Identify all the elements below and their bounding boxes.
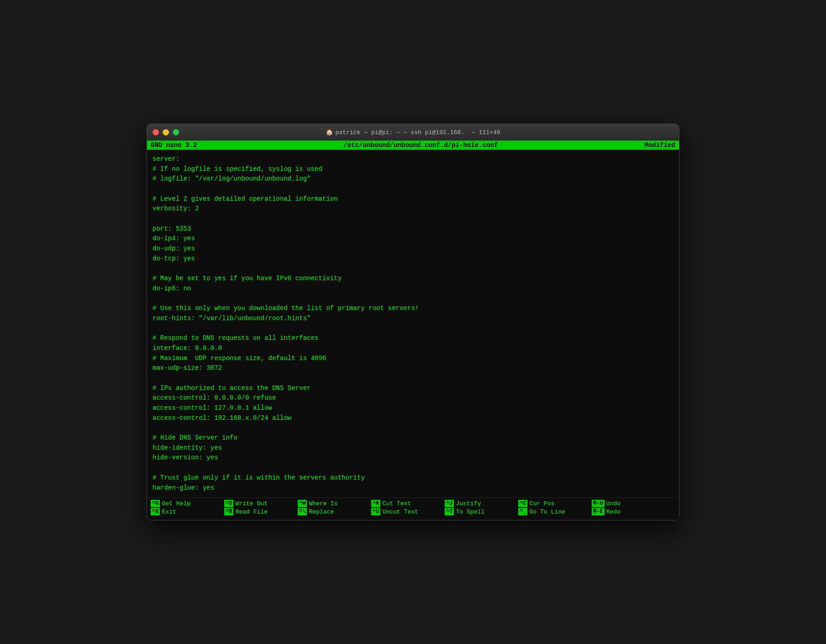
key-badge: ^T: [445, 508, 454, 515]
editor-content[interactable]: server: # If no logfile is specified, sy…: [147, 150, 679, 497]
key-badge: ^C: [518, 500, 527, 507]
footer-item-uncut-text[interactable]: ^UUncut Text: [371, 508, 445, 515]
traffic-lights: [153, 129, 179, 136]
key-badge: M-E: [592, 508, 605, 515]
key-label: Get Help: [162, 500, 190, 507]
key-badge: ^G: [151, 500, 160, 507]
footer-item-justify[interactable]: ^JJustify: [445, 500, 518, 507]
key-label: Write Out: [235, 500, 267, 507]
key-badge: ^_: [518, 508, 527, 515]
key-label: Uncut Text: [382, 508, 418, 515]
nano-footer: ^GGet Help^OWrite Out^WWhere Is^KCut Tex…: [147, 497, 679, 520]
key-badge: ^U: [371, 508, 380, 515]
footer-item-exit[interactable]: ^XExit: [151, 508, 224, 515]
key-label: Where Is: [309, 500, 337, 507]
key-label: Undo: [606, 500, 621, 507]
close-button[interactable]: [153, 129, 159, 136]
key-badge: ^\: [298, 508, 307, 515]
footer-item-to-spell[interactable]: ^TTo Spell: [445, 508, 518, 515]
key-label: Read File: [235, 508, 267, 515]
footer-item-read-file[interactable]: ^RRead File: [224, 508, 298, 515]
nano-version: GNU nano 3.2: [151, 141, 197, 149]
maximize-button[interactable]: [173, 129, 179, 136]
key-badge: ^O: [224, 500, 233, 507]
nano-header: GNU nano 3.2 /etc/unbound/unbound.conf.d…: [147, 141, 679, 150]
key-label: Cut Text: [382, 500, 411, 507]
key-badge: ^X: [151, 508, 160, 515]
title-icon: 🏠: [326, 129, 333, 136]
key-label: Redo: [606, 508, 621, 515]
footer-item-cut-text[interactable]: ^KCut Text: [371, 500, 445, 507]
key-label: Justify: [456, 500, 481, 507]
key-badge: ^R: [224, 508, 233, 515]
footer-row-1: ^GGet Help^OWrite Out^WWhere Is^KCut Tex…: [151, 500, 675, 508]
nano-status: Modified: [645, 141, 675, 149]
key-label: Go To Line: [529, 508, 565, 515]
key-badge: M-U: [592, 500, 605, 507]
key-label: Replace: [309, 508, 334, 515]
footer-item-redo[interactable]: M-ERedo: [592, 508, 665, 515]
footer-item-write-out[interactable]: ^OWrite Out: [224, 500, 298, 507]
footer-row-2: ^XExit^RRead File^\Replace^UUncut Text^T…: [151, 508, 675, 516]
key-label: Exit: [162, 508, 176, 515]
key-badge: ^K: [371, 500, 380, 507]
footer-item-get-help[interactable]: ^GGet Help: [151, 500, 224, 507]
terminal-window: 🏠patrick — pi@pi: ~ — ssh pi@192.168. — …: [147, 124, 679, 520]
key-badge: ^J: [445, 500, 454, 507]
key-badge: ^W: [298, 500, 307, 507]
key-label: To Spell: [456, 508, 484, 515]
key-label: Cur Pos: [529, 500, 554, 507]
footer-item-go-to-line[interactable]: ^_Go To Line: [518, 508, 592, 515]
window-title: 🏠patrick — pi@pi: ~ — ssh pi@192.168. — …: [326, 129, 500, 136]
footer-item-where-is[interactable]: ^WWhere Is: [298, 500, 371, 507]
title-bar: 🏠patrick — pi@pi: ~ — ssh pi@192.168. — …: [147, 124, 679, 141]
footer-item-replace[interactable]: ^\Replace: [298, 508, 371, 515]
footer-item-undo[interactable]: M-UUndo: [592, 500, 665, 507]
nano-filename: /etc/unbound/unbound.conf.d/pi-hole.conf: [344, 141, 498, 149]
minimize-button[interactable]: [163, 129, 169, 136]
footer-item-cur-pos[interactable]: ^CCur Pos: [518, 500, 592, 507]
